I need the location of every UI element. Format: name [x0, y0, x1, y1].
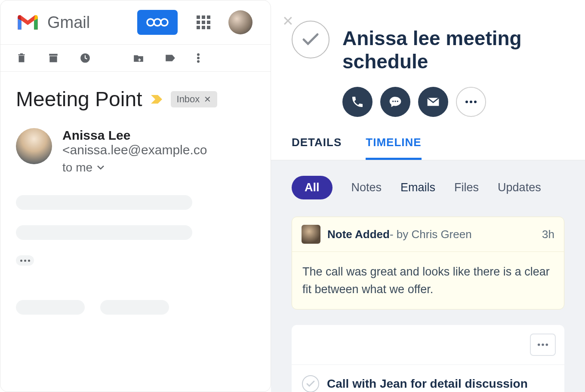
svg-point-4 — [197, 53, 200, 56]
svg-point-8 — [394, 101, 396, 102]
svg-point-10 — [465, 101, 468, 103]
gmail-header: Gmail — [0, 0, 271, 44]
message-button[interactable] — [380, 87, 410, 117]
email-subject: Meeting Point — [16, 87, 142, 111]
note-card: Note Added - by Chris Green 3h The call … — [292, 217, 564, 309]
placeholder-line — [16, 195, 192, 210]
chat-icon — [388, 95, 402, 109]
crm-tabs: DETAILS TIMELINE — [271, 117, 585, 160]
email-button[interactable] — [418, 87, 448, 117]
gmail-panel: Gmail Meeting Point — [0, 0, 271, 392]
svg-point-14 — [542, 343, 544, 346]
sender-email: <anissa.lee@example.co — [62, 143, 207, 157]
tab-timeline[interactable]: TIMELINE — [366, 136, 421, 160]
complete-check-icon[interactable] — [292, 21, 329, 58]
svg-point-9 — [397, 101, 398, 102]
task-complete-icon[interactable] — [302, 375, 319, 392]
label-icon[interactable] — [165, 52, 176, 64]
note-timestamp: 3h — [542, 228, 554, 241]
action-buttons — [271, 73, 585, 117]
sender-avatar[interactable] — [16, 128, 52, 164]
email-subject-row: Meeting Point Inbox ✕ — [16, 87, 255, 111]
more-horiz-icon — [465, 100, 477, 104]
to-text: to me — [62, 161, 92, 175]
more-vert-icon[interactable] — [197, 52, 200, 64]
call-button[interactable] — [342, 87, 373, 117]
svg-point-2 — [161, 19, 168, 26]
gmail-m-icon — [16, 13, 40, 31]
svg-point-15 — [546, 343, 548, 346]
crm-title: Anissa lee meeting schedule — [342, 27, 564, 73]
task-card: Call with Jean for detail discussion — [292, 325, 564, 392]
move-icon[interactable] — [133, 52, 144, 64]
email-body-placeholder — [16, 195, 255, 315]
more-actions-button[interactable] — [456, 87, 486, 117]
note-title: Note Added — [327, 228, 390, 241]
more-horiz-icon — [537, 343, 548, 346]
delete-icon[interactable] — [16, 52, 27, 64]
expand-content-icon[interactable] — [16, 255, 34, 266]
svg-point-1 — [154, 19, 161, 26]
note-author-avatar[interactable] — [302, 225, 320, 244]
chevron-down-icon — [97, 165, 105, 170]
note-author: - by Chris Green — [390, 228, 472, 241]
email-toolbar — [0, 44, 271, 72]
tab-details[interactable]: DETAILS — [292, 136, 342, 160]
filter-files[interactable]: Files — [454, 181, 479, 194]
task-title: Call with Jean for detail discussion — [327, 377, 528, 391]
user-avatar[interactable] — [228, 10, 252, 34]
filter-notes[interactable]: Notes — [351, 181, 382, 194]
crm-panel: ✕ Anissa lee meeting schedule DETAILS TI… — [271, 0, 585, 392]
timeline-filters: All Notes Emails Files Updates — [292, 176, 564, 199]
apps-grid-icon[interactable] — [197, 15, 210, 29]
note-body: The call was great and looks like there … — [292, 252, 564, 309]
sender-info: Anissa Lee <anissa.lee@example.co to me — [62, 128, 255, 175]
filter-updates[interactable]: Updates — [498, 181, 541, 194]
placeholder-line — [100, 300, 169, 315]
recipient-row[interactable]: to me — [62, 161, 255, 175]
crm-body: All Notes Emails Files Updates Note Adde… — [271, 160, 585, 392]
important-marker-icon[interactable] — [150, 94, 163, 104]
phone-icon — [351, 95, 364, 109]
svg-point-12 — [474, 101, 477, 103]
sender-row: Anissa Lee <anissa.lee@example.co to me — [16, 128, 255, 175]
svg-point-11 — [470, 101, 472, 103]
mail-icon — [426, 95, 440, 109]
snooze-icon[interactable] — [80, 52, 91, 64]
filter-all[interactable]: All — [292, 176, 333, 199]
svg-point-7 — [392, 101, 394, 102]
close-icon[interactable]: ✕ — [282, 13, 294, 29]
filter-emails[interactable]: Emails — [400, 181, 435, 194]
integration-badge-button[interactable] — [137, 10, 178, 35]
crm-header: Anissa lee meeting schedule — [271, 0, 585, 73]
task-body: Call with Jean for detail discussion — [292, 365, 564, 392]
svg-point-13 — [538, 343, 540, 346]
placeholder-line — [16, 300, 85, 315]
svg-point-5 — [197, 57, 200, 59]
svg-point-6 — [197, 60, 200, 63]
chain-link-icon — [146, 16, 169, 28]
task-more-button[interactable] — [530, 334, 556, 356]
svg-point-0 — [147, 19, 154, 26]
note-header: Note Added - by Chris Green 3h — [292, 217, 564, 252]
sender-name: Anissa Lee — [62, 128, 130, 142]
gmail-logo[interactable]: Gmail — [16, 13, 90, 32]
email-content: Meeting Point Inbox ✕ Anissa Lee <anissa… — [0, 72, 271, 330]
inbox-chip[interactable]: Inbox ✕ — [171, 91, 218, 107]
task-header — [292, 325, 564, 365]
archive-icon[interactable] — [48, 52, 59, 64]
remove-label-icon[interactable]: ✕ — [204, 94, 211, 104]
gmail-title-text: Gmail — [47, 13, 90, 32]
placeholder-line — [16, 225, 192, 240]
inbox-chip-label: Inbox — [177, 94, 200, 105]
